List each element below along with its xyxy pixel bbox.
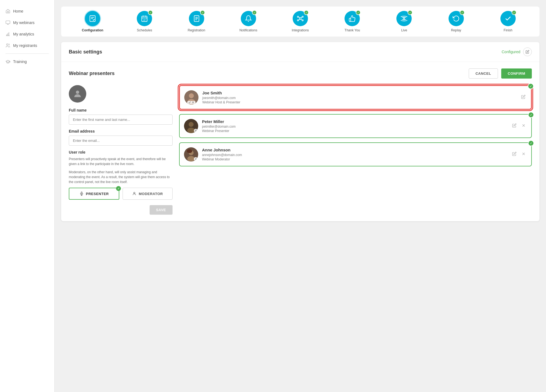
presenter-name-peter-miller: Peter Miller [202, 119, 507, 124]
step-schedules[interactable]: 17 ✓ Schedules [133, 11, 155, 32]
email-group: Email address [69, 129, 173, 146]
step-circle-finish: ✓ [500, 11, 516, 26]
sidebar-item-training[interactable]: Training [0, 56, 54, 67]
edit-peter-miller-button[interactable] [511, 122, 518, 130]
step-thank-you[interactable]: ✓ Thank You [341, 11, 363, 32]
confirm-button[interactable]: CONFIRM [501, 68, 532, 79]
remove-anne-johnson-button[interactable] [520, 151, 527, 158]
form-avatar-placeholder [69, 85, 86, 103]
user-role-title: User role [69, 150, 173, 154]
step-circle-notifications: ✓ [241, 11, 256, 26]
step-check-registration: ✓ [200, 10, 205, 15]
svg-rect-18 [193, 101, 193, 103]
basic-settings-edit-button[interactable] [523, 47, 532, 56]
home-icon [5, 9, 10, 14]
sidebar-label-training: Training [13, 59, 27, 64]
moderator-role-label: MODERATOR [139, 192, 163, 196]
step-circle-replay: ✓ [449, 11, 464, 26]
sidebar-label-webinars: My webinars [13, 20, 35, 25]
user-role-desc-2: Moderators, on the other hand, will only… [69, 170, 173, 184]
presenter-email-peter-miller: petmiller@domain.com [202, 125, 507, 128]
save-button[interactable]: SAVE [150, 205, 173, 215]
analytics-icon [5, 32, 10, 37]
steps-navigation: Configuration 17 ✓ Schedules ✓ [61, 7, 539, 37]
step-label-thank-you: Thank You [345, 28, 360, 32]
step-finish[interactable]: ✓ Finish [497, 11, 519, 32]
remove-peter-miller-button[interactable] [520, 122, 527, 130]
step-configuration[interactable]: Configuration [82, 11, 103, 32]
main-content: Configuration 17 ✓ Schedules ✓ [55, 0, 546, 392]
step-label-integrations: Integrations [292, 28, 309, 32]
presenters-section: Webinar presenters CANCEL CONFIRM [61, 62, 539, 221]
svg-point-7 [297, 16, 298, 17]
step-circle-integrations: ✓ [293, 11, 308, 26]
svg-point-20 [189, 122, 194, 127]
step-label-replay: Replay [451, 28, 461, 32]
presenter-card-joe-smith: ✓ [179, 85, 532, 110]
user-role-desc-1: Presenters will proactively speak at the… [69, 157, 173, 166]
joe-role-icons [187, 101, 196, 104]
peter-mic-icon [194, 129, 198, 133]
basic-settings-header: Basic settings Configured [61, 42, 539, 62]
person-icon [73, 89, 82, 99]
sidebar-item-home[interactable]: Home [0, 5, 54, 17]
sidebar: Home My webinars My analytics My registr… [0, 0, 55, 392]
step-live[interactable]: ✓ Live [393, 11, 415, 32]
step-check-notifications: ✓ [252, 10, 257, 15]
cancel-button[interactable]: CANCEL [469, 68, 498, 79]
card-check-joe-smith: ✓ [528, 83, 534, 89]
content-area: Basic settings Configured Webinar presen… [61, 42, 539, 221]
basic-settings-title: Basic settings [69, 49, 102, 55]
step-notifications[interactable]: ✓ Notifications [238, 11, 259, 32]
presenter-email-anne-johnson: annejohnson@domain.com [202, 153, 507, 157]
step-replay[interactable]: ✓ Replay [445, 11, 467, 32]
presenter-name-anne-johnson: Anne Johnson [202, 148, 507, 152]
header-actions: CANCEL CONFIRM [469, 68, 532, 79]
webinars-icon [5, 20, 10, 25]
edit-anne-johnson-button[interactable] [511, 151, 518, 158]
sidebar-divider [5, 53, 49, 54]
email-input[interactable] [69, 136, 173, 146]
step-label-configuration: Configuration [82, 28, 103, 32]
sidebar-item-my-analytics[interactable]: My analytics [0, 28, 54, 40]
presenter-form: Full name Email address User role Presen… [69, 85, 173, 215]
presenter-info-peter-miller: Peter Miller petmiller@domain.com Webina… [202, 119, 507, 133]
step-label-registration: Registration [188, 28, 205, 32]
pencil-icon-joe [521, 95, 526, 99]
role-buttons: PRESENTER ✓ MODERATOR [69, 188, 173, 200]
moderator-role-button[interactable]: MODERATOR [123, 188, 173, 200]
step-circle-schedules: 17 ✓ [137, 11, 152, 26]
step-label-live: Live [401, 28, 407, 32]
step-check-replay: ✓ [460, 10, 465, 15]
step-check-schedules: ✓ [148, 10, 153, 15]
close-icon-peter [521, 123, 526, 128]
presenter-info-joe-smith: Joe Smith joesmith@domain.com Webinar Ho… [202, 91, 516, 104]
step-label-finish: Finish [504, 28, 512, 32]
svg-point-11 [403, 18, 405, 19]
person-icon-anne [195, 158, 197, 160]
step-check-live: ✓ [408, 10, 413, 15]
full-name-input[interactable] [69, 115, 173, 125]
presenter-avatar-peter-miller [184, 119, 198, 133]
presenter-name-joe-smith: Joe Smith [202, 91, 516, 95]
step-check-finish: ✓ [512, 10, 517, 15]
sidebar-item-my-webinars[interactable]: My webinars [0, 17, 54, 28]
card-check-peter-miller: ✓ [528, 112, 534, 118]
presenters-title: Webinar presenters [69, 71, 115, 76]
mic-icon-peter [195, 130, 197, 132]
svg-point-8 [302, 16, 303, 17]
presenter-email-joe-smith: joesmith@domain.com [202, 96, 516, 100]
svg-point-10 [302, 20, 303, 21]
step-label-schedules: Schedules [137, 28, 152, 32]
presenter-card-anne-johnson: ✓ [179, 142, 532, 166]
pencil-icon [526, 50, 529, 54]
microphone-icon [79, 191, 84, 196]
edit-joe-smith-button[interactable] [520, 94, 527, 101]
step-check-thank-you: ✓ [356, 10, 361, 15]
step-registration[interactable]: ✓ Registration [186, 11, 207, 32]
presenter-role-button[interactable]: PRESENTER ✓ [69, 188, 119, 200]
step-integrations[interactable]: ✓ Integrations [289, 11, 311, 32]
close-icon-anne [521, 152, 526, 156]
sidebar-item-my-registrants[interactable]: My registrants [0, 40, 54, 51]
svg-point-26 [187, 149, 192, 153]
